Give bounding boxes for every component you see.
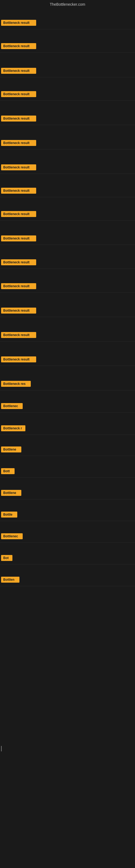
result-row: Bottlenec (0, 401, 135, 412)
bottleneck-badge-13[interactable]: Bottleneck result (1, 332, 36, 338)
cursor-line (1, 746, 2, 751)
result-row: Bottleneck result (0, 186, 135, 197)
bottleneck-badge-11[interactable]: Bottleneck result (1, 283, 36, 289)
result-row: Bottleneck result (0, 138, 135, 150)
result-row: Bottlene (0, 444, 135, 456)
result-row: Bottleneck result (0, 257, 135, 269)
site-title: TheBottlenecker.com (0, 0, 135, 8)
bottleneck-badge-7[interactable]: Bottleneck result (1, 188, 36, 194)
bottleneck-badge-10[interactable]: Bottleneck result (1, 259, 36, 265)
bottleneck-badge-23[interactable]: Bot (1, 555, 12, 561)
bottleneck-badge-2[interactable]: Bottleneck result (1, 68, 36, 74)
result-row: Bottleneck res (0, 379, 135, 390)
bottleneck-badge-5[interactable]: Bottleneck result (1, 140, 36, 146)
result-row: Bottleneck result (0, 162, 135, 174)
result-row: Bottleneck result (0, 305, 135, 317)
bottleneck-badge-14[interactable]: Bottleneck result (1, 356, 36, 362)
result-row: Bottleneck result (0, 330, 135, 341)
result-row: Bott (0, 466, 135, 478)
result-row: Bottleneck result (0, 41, 135, 53)
result-row: Bot (0, 553, 135, 564)
result-row: Bottle (0, 509, 135, 521)
result-row: Bottleneck result (0, 66, 135, 77)
bottleneck-badge-20[interactable]: Bottlene (1, 490, 21, 496)
bottleneck-badge-19[interactable]: Bott (1, 468, 14, 474)
bottleneck-badge-0[interactable]: Bottleneck result (1, 20, 36, 26)
result-row: Bottleneck result (0, 18, 135, 29)
bottleneck-badge-8[interactable]: Bottleneck result (1, 211, 36, 217)
bottleneck-badge-18[interactable]: Bottlene (1, 446, 21, 453)
bottleneck-badge-9[interactable]: Bottleneck result (1, 236, 36, 241)
result-row: Bottlene (0, 488, 135, 499)
result-row: Bottlen (0, 575, 135, 586)
result-row: Bottleneck result (0, 113, 135, 125)
result-row: Bottleneck result (0, 209, 135, 220)
bottleneck-badge-3[interactable]: Bottleneck result (1, 91, 36, 97)
result-row: Bottleneck result (0, 89, 135, 101)
result-row: Bottleneck result (0, 354, 135, 366)
bottleneck-badge-17[interactable]: Bottleneck r (1, 425, 26, 431)
bottleneck-badge-4[interactable]: Bottleneck result (1, 116, 36, 122)
bottleneck-badge-12[interactable]: Bottleneck result (1, 308, 36, 314)
result-row: Bottlenec (0, 531, 135, 543)
bottleneck-badge-21[interactable]: Bottle (1, 512, 17, 518)
bottleneck-badge-16[interactable]: Bottlenec (1, 403, 23, 409)
result-row: Bottleneck result (0, 281, 135, 293)
bottleneck-badge-22[interactable]: Bottlenec (1, 533, 23, 539)
bottleneck-badge-1[interactable]: Bottleneck result (1, 43, 36, 49)
result-row: Bottleneck result (0, 233, 135, 245)
result-row: Bottleneck r (0, 423, 135, 435)
bottleneck-badge-6[interactable]: Bottleneck result (1, 164, 36, 170)
bottleneck-badge-24[interactable]: Bottlen (1, 577, 19, 583)
bottleneck-badge-15[interactable]: Bottleneck res (1, 381, 31, 387)
results-container: Bottleneck resultBottleneck resultBottle… (0, 8, 135, 822)
site-title-bar: TheBottlenecker.com (0, 0, 135, 8)
